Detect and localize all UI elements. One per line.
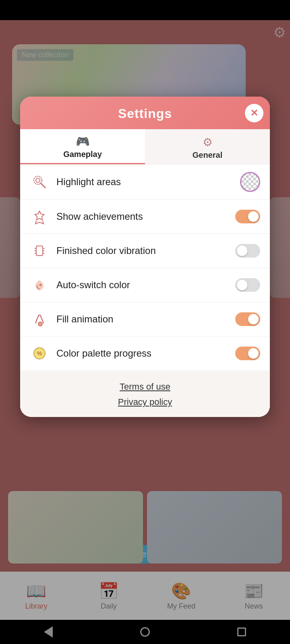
toggle-knob: [248, 211, 259, 222]
toggle-knob-4: [248, 314, 259, 324]
system-nav-bar: [0, 620, 290, 644]
privacy-policy-link[interactable]: Privacy policy: [118, 397, 172, 407]
finished-color-vibration-toggle[interactable]: [235, 244, 260, 258]
finished-color-vibration-label: Finished color vibration: [56, 245, 228, 256]
tab-gameplay[interactable]: 🎮 Gameplay: [20, 129, 145, 164]
recents-icon: [237, 627, 246, 636]
show-achievements-label: Show achievements: [56, 211, 228, 222]
finished-color-vibration-icon: [30, 241, 49, 260]
highlight-areas-control[interactable]: [240, 172, 260, 192]
highlight-areas-icon: [30, 172, 49, 192]
general-tab-icon: ⚙: [203, 136, 213, 149]
general-tab-label: General: [193, 151, 222, 160]
row-color-palette-progress: % Color palette progress: [20, 336, 270, 370]
toggle-fill-animation[interactable]: [235, 312, 260, 326]
color-palette-progress-toggle[interactable]: [235, 347, 260, 360]
close-icon: ✕: [250, 107, 258, 119]
svg-point-1: [36, 178, 40, 182]
tab-general[interactable]: ⚙ General: [145, 129, 270, 164]
status-bar: [0, 0, 290, 20]
highlight-areas-label: Highlight areas: [56, 176, 233, 188]
back-icon: [44, 626, 53, 638]
home-icon: [140, 627, 150, 637]
home-button[interactable]: [135, 622, 155, 642]
terms-of-use-link[interactable]: Terms of use: [120, 382, 170, 392]
svg-text:%: %: [37, 350, 42, 357]
row-finished-color-vibration: Finished color vibration: [20, 234, 270, 268]
fill-animation-toggle[interactable]: [235, 312, 260, 326]
row-fill-animation: Fill animation: [20, 302, 270, 336]
toggle-knob-2: [237, 246, 247, 256]
svg-line-2: [41, 183, 45, 188]
toggle-auto-switch-color[interactable]: [235, 278, 260, 292]
svg-point-10: [38, 322, 42, 326]
auto-switch-color-label: Auto-switch color: [56, 279, 228, 291]
toggle-knob-5: [248, 348, 259, 359]
auto-switch-color-icon: [30, 275, 49, 295]
auto-switch-color-toggle[interactable]: [235, 278, 260, 292]
checker-icon: [240, 172, 260, 192]
fill-animation-label: Fill animation: [56, 314, 228, 325]
row-auto-switch-color: Auto-switch color: [20, 268, 270, 302]
svg-rect-3: [36, 246, 43, 256]
gameplay-tab-label: Gameplay: [63, 150, 102, 159]
settings-header: Settings ✕: [20, 97, 270, 129]
row-highlight-areas: Highlight areas: [20, 165, 270, 200]
settings-modal: Settings ✕ 🎮 Gameplay ⚙ General Highl: [20, 97, 270, 417]
color-palette-progress-icon: %: [30, 344, 49, 363]
settings-body: Highlight areas Show achievements: [20, 165, 270, 370]
toggle-show-achievements[interactable]: [235, 210, 260, 223]
toggle-color-palette-progress[interactable]: [235, 347, 260, 360]
fill-animation-icon: [30, 310, 49, 329]
settings-title: Settings: [118, 106, 172, 121]
show-achievements-icon: [30, 207, 49, 226]
back-button[interactable]: [38, 622, 58, 642]
toggle-knob-3: [237, 280, 247, 290]
color-palette-progress-label: Color palette progress: [56, 348, 228, 359]
row-show-achievements: Show achievements: [20, 200, 270, 234]
settings-footer: Terms of use Privacy policy: [20, 370, 270, 417]
settings-tabs: 🎮 Gameplay ⚙ General: [20, 129, 270, 165]
close-button[interactable]: ✕: [245, 104, 263, 122]
toggle-finished-color-vibration[interactable]: [235, 244, 260, 258]
recents-button[interactable]: [232, 622, 252, 642]
show-achievements-toggle[interactable]: [235, 210, 260, 223]
gameplay-tab-icon: 🎮: [76, 135, 90, 148]
